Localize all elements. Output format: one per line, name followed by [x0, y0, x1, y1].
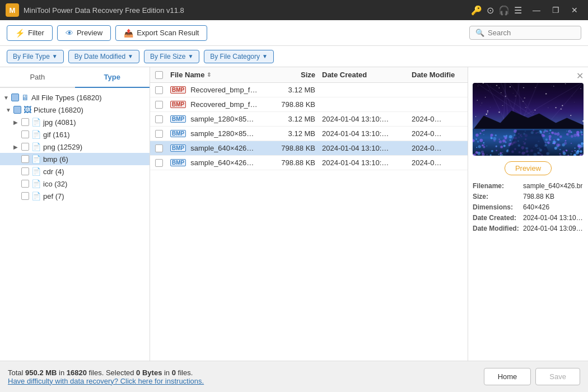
- filter-by-file-size[interactable]: By File Size ▼: [144, 50, 199, 63]
- circle-icon[interactable]: ⊙: [487, 5, 494, 16]
- filter-button[interactable]: ⚡ Filter: [7, 25, 53, 41]
- tab-path[interactable]: Path: [0, 67, 75, 88]
- tree-bmp[interactable]: 📄 bmp (6): [0, 153, 150, 165]
- row-filename: BMP sample_640×426…: [168, 158, 266, 167]
- row-checkbox[interactable]: [150, 159, 168, 167]
- row-created: 2024-01-04 13:10:…: [322, 144, 412, 152]
- filename-value: sample_640×426…: [190, 144, 254, 152]
- row-created: 2024-01-04 13:10:…: [322, 129, 412, 138]
- home-button[interactable]: Home: [484, 368, 531, 385]
- table-row[interactable]: BMP sample_640×426… 798.88 KB 2024-01-04…: [150, 156, 468, 170]
- bmp-file-icon: BMP: [170, 115, 186, 123]
- row-checkbox[interactable]: [150, 144, 168, 152]
- table-row[interactable]: BMP sample_640×426… 798.88 KB 2024-01-04…: [150, 141, 468, 156]
- row-modified: 2024-0…: [412, 115, 468, 123]
- computer-icon: 🖥: [21, 93, 29, 102]
- row-size: 798.88 KB: [266, 144, 322, 152]
- preview-button[interactable]: 👁 Preview: [57, 25, 111, 41]
- statusbar: Total 950.2 MB in 16820 files. Selected …: [0, 361, 588, 392]
- tree-jpg[interactable]: ▶ 📄 jpg (4081): [0, 116, 150, 128]
- row-checkbox[interactable]: [150, 115, 168, 123]
- file-list: File Name ⇕ Size Date Created Date Modif…: [150, 67, 468, 361]
- export-button[interactable]: 📤 Export Scan Result: [115, 25, 207, 41]
- checkbox-jpg[interactable]: [21, 118, 29, 126]
- ico-icon: 📄: [31, 179, 41, 188]
- filename-value: sample_640×426.br: [523, 182, 582, 190]
- dimensions-value: 640×426: [523, 203, 549, 211]
- checkbox-all-types[interactable]: [11, 94, 19, 101]
- save-button[interactable]: Save: [535, 368, 580, 385]
- toolbar: ⚡ Filter 👁 Preview 📤 Export Scan Result …: [0, 20, 588, 46]
- tree-label: Picture (16820): [34, 106, 83, 114]
- maximize-button[interactable]: ❐: [548, 3, 563, 17]
- row-modified: 2024-0…: [412, 129, 468, 138]
- table-row[interactable]: BMP sample_1280×85… 3.12 MB 2024-01-04 1…: [150, 127, 468, 141]
- row-checkbox[interactable]: [150, 130, 168, 138]
- table-row[interactable]: BMP Recovered_bmp_f… 798.88 KB: [150, 97, 468, 112]
- checkbox-png[interactable]: [21, 143, 29, 151]
- column-filename[interactable]: File Name ⇕: [168, 71, 266, 79]
- headphone-icon[interactable]: 🎧: [498, 5, 510, 16]
- bmp-file-icon: BMP: [170, 144, 186, 152]
- search-input[interactable]: [488, 29, 575, 37]
- menu-icon[interactable]: ☰: [514, 5, 522, 16]
- created-label: Date Created:: [473, 214, 523, 222]
- table-row[interactable]: BMP Recovered_bmp_f… 3.12 MB: [150, 83, 468, 97]
- filename-label: Filename:: [473, 182, 523, 190]
- app-title: MiniTool Power Data Recovery Free Editio…: [24, 6, 471, 15]
- filter-by-file-type[interactable]: By File Type ▼: [7, 50, 64, 63]
- row-size: 3.12 MB: [266, 86, 322, 94]
- filter-by-date-modified[interactable]: By Date Modified ▼: [68, 50, 139, 63]
- file-type-tree: ▼ 🖥 All File Types (16820) ▼ 🖼 Picture (…: [0, 88, 150, 361]
- preview-action-button[interactable]: Preview: [505, 161, 552, 175]
- column-modified: Date Modifie: [412, 71, 468, 79]
- tree-picture[interactable]: ▼ 🖼 Picture (16820): [0, 104, 150, 116]
- dropdown-arrow-icon: ▼: [128, 53, 133, 59]
- tree-png[interactable]: ▶ 📄 png (12529): [0, 141, 150, 153]
- table-row[interactable]: BMP sample_1280×85… 3.12 MB 2024-01-04 1…: [150, 112, 468, 127]
- select-all-checkbox[interactable]: [155, 71, 163, 79]
- tree-ico[interactable]: 📄 ico (32): [0, 178, 150, 190]
- close-button[interactable]: ✕: [567, 3, 582, 17]
- modified-value: 2024-01-04 13:09:19: [523, 225, 584, 232]
- tree-label: ico (32): [43, 180, 67, 188]
- gif-icon: 📄: [31, 130, 41, 139]
- key-icon[interactable]: 🔑: [471, 5, 482, 16]
- tree-cdr[interactable]: 📄 cdr (4): [0, 165, 150, 178]
- minimize-button[interactable]: —: [529, 3, 544, 17]
- column-size: Size: [266, 71, 322, 79]
- filename-value: sample_1280×85…: [190, 115, 254, 123]
- tree-pef[interactable]: 📄 pef (7): [0, 190, 150, 202]
- tab-type[interactable]: Type: [75, 67, 150, 88]
- header-check[interactable]: [150, 71, 168, 79]
- eye-icon: 👁: [66, 29, 73, 38]
- tree-all-types[interactable]: ▼ 🖥 All File Types (16820): [0, 91, 150, 104]
- filter-by-file-category[interactable]: By File Category ▼: [204, 50, 274, 63]
- help-link[interactable]: Have difficulty with data recovery? Clic…: [8, 377, 204, 385]
- row-checkbox[interactable]: [150, 86, 168, 94]
- dimensions-label: Dimensions:: [473, 203, 523, 211]
- checkbox-cdr[interactable]: [21, 167, 29, 175]
- checkbox-picture[interactable]: [13, 106, 21, 114]
- row-checkbox[interactable]: [150, 101, 168, 109]
- meta-created-row: Date Created: 2024-01-04 13:10:5€: [473, 214, 584, 222]
- filterbar: By File Type ▼ By Date Modified ▼ By Fil…: [0, 46, 588, 67]
- tree-gif[interactable]: 📄 gif (161): [0, 128, 150, 141]
- dropdown-arrow-icon: ▼: [188, 53, 193, 59]
- expander-icon: ▶: [13, 144, 21, 150]
- checkbox-bmp[interactable]: [21, 155, 29, 163]
- filter-file-type-label: By File Type: [13, 53, 50, 60]
- tree-label: bmp (6): [43, 155, 68, 164]
- modified-label: Date Modified:: [473, 225, 523, 232]
- checkbox-ico[interactable]: [21, 180, 29, 188]
- window-controls: — ❐ ✕: [529, 3, 582, 17]
- column-created: Date Created: [322, 71, 412, 79]
- checkbox-pef[interactable]: [21, 192, 29, 200]
- expander-icon: ▶: [13, 119, 21, 125]
- picture-icon: 🖼: [24, 105, 31, 114]
- close-preview-button[interactable]: ✕: [576, 72, 584, 81]
- main-area: Path Type ▼ 🖥 All File Types (16820) ▼ 🖼…: [0, 67, 588, 361]
- checkbox-gif[interactable]: [21, 130, 29, 138]
- dropdown-arrow-icon: ▼: [262, 53, 268, 59]
- row-size: 798.88 KB: [266, 158, 322, 167]
